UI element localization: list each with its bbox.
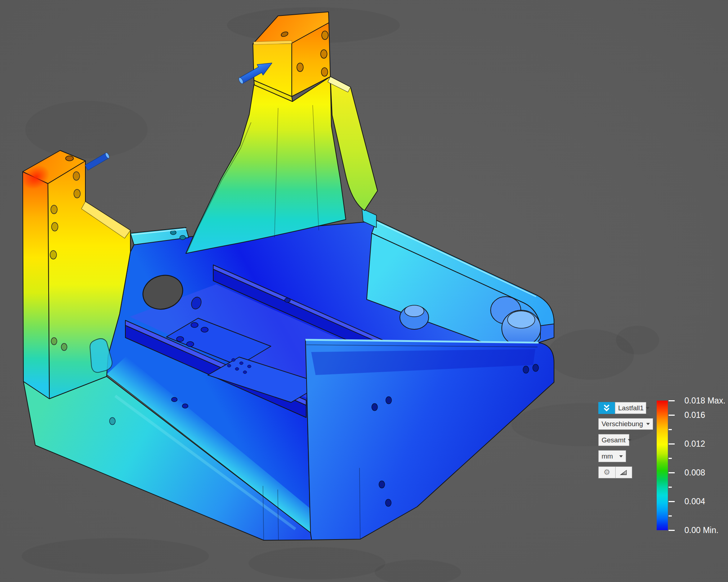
scale-label-008: 0.008 (684, 468, 705, 477)
scale-label-min: 0.00 Min. (684, 526, 719, 534)
settings-button[interactable]: ⚙ (598, 466, 616, 478)
scale-label-max: 0.018 Max. (684, 396, 725, 405)
minor-tick (669, 429, 672, 430)
scale-label-012: 0.012 (684, 439, 705, 448)
color-scale-bar (657, 401, 668, 530)
minor-tick (669, 458, 672, 459)
load-case-dropdown[interactable]: Lastfall1 (615, 402, 646, 414)
load-case-value: Lastfall1 (618, 404, 644, 412)
chevron-down-icon (619, 455, 623, 457)
major-tick (669, 415, 675, 416)
chevron-down-icon (646, 423, 650, 425)
load-case-icon-button[interactable] (598, 402, 615, 414)
component-dropdown[interactable]: Gesamt (598, 434, 629, 446)
legend-toolbar: ⚙ (598, 466, 632, 478)
major-tick (669, 530, 675, 531)
major-tick (669, 472, 675, 473)
result-type-value: Verschiebung (602, 420, 643, 428)
ramp-triangle-icon (620, 470, 627, 475)
major-tick (669, 443, 675, 445)
component-value: Gesamt (602, 436, 626, 444)
model-canvas[interactable] (0, 0, 728, 582)
major-tick (669, 400, 675, 401)
double-chevron-down-icon (602, 403, 611, 413)
legend-ramp-button[interactable] (616, 466, 633, 478)
unit-dropdown[interactable]: mm (598, 450, 626, 462)
scale-label-016: 0.016 (684, 411, 705, 419)
gear-icon: ⚙ (603, 469, 610, 476)
minor-tick (669, 487, 672, 488)
chevron-down-icon (628, 439, 631, 441)
scale-label-004: 0.004 (684, 497, 705, 506)
chevron-down-icon (646, 407, 649, 409)
unit-value: mm (602, 452, 613, 460)
result-type-dropdown[interactable]: Verschiebung (598, 418, 653, 430)
major-tick (669, 501, 675, 502)
minor-tick (669, 515, 672, 516)
